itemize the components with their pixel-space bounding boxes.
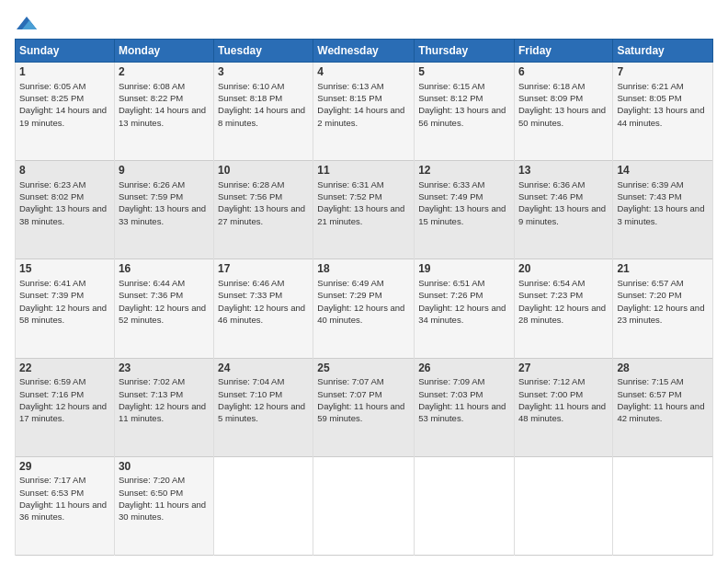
calendar-cell: 4 Sunrise: 6:13 AM Sunset: 8:15 PM Dayli… xyxy=(313,63,415,161)
sunset-info: Sunset: 8:09 PM xyxy=(518,93,583,103)
calendar-cell: 1 Sunrise: 6:05 AM Sunset: 8:25 PM Dayli… xyxy=(16,63,115,161)
sunset-info: Sunset: 6:57 PM xyxy=(617,389,681,399)
day-number: 5 xyxy=(418,65,510,80)
sunrise-info: Sunrise: 6:41 AM xyxy=(19,278,85,288)
calendar-row-1: 8 Sunrise: 6:23 AM Sunset: 8:02 PM Dayli… xyxy=(16,161,713,259)
sunset-info: Sunset: 8:25 PM xyxy=(19,93,84,103)
calendar-row-3: 22 Sunrise: 6:59 AM Sunset: 7:16 PM Dayl… xyxy=(16,358,713,456)
calendar-cell: 10 Sunrise: 6:28 AM Sunset: 7:56 PM Dayl… xyxy=(214,161,313,259)
day-number: 26 xyxy=(418,362,510,376)
sunrise-info: Sunrise: 6:54 AM xyxy=(518,278,585,288)
calendar-cell: 21 Sunrise: 6:57 AM Sunset: 7:20 PM Dayl… xyxy=(613,259,713,358)
logo xyxy=(15,15,37,31)
calendar-cell: 20 Sunrise: 6:54 AM Sunset: 7:23 PM Dayl… xyxy=(514,259,612,358)
daylight-info: Daylight: 12 hours and 5 minutes. xyxy=(218,401,305,423)
calendar-cell: 14 Sunrise: 6:39 AM Sunset: 7:43 PM Dayl… xyxy=(613,161,713,259)
daylight-info: Daylight: 11 hours and 30 minutes. xyxy=(119,500,206,522)
sunrise-info: Sunrise: 6:57 AM xyxy=(617,278,683,288)
calendar-cell: 28 Sunrise: 7:15 AM Sunset: 6:57 PM Dayl… xyxy=(613,358,713,456)
day-number: 10 xyxy=(218,164,309,178)
day-number: 7 xyxy=(617,65,709,80)
calendar-table: Sunday Monday Tuesday Wednesday Thursday… xyxy=(15,39,713,556)
sunrise-info: Sunrise: 6:36 AM xyxy=(518,179,585,190)
sunrise-info: Sunrise: 6:49 AM xyxy=(317,278,383,288)
header-saturday: Saturday xyxy=(613,40,713,63)
daylight-info: Daylight: 13 hours and 38 minutes. xyxy=(19,203,107,225)
daylight-info: Daylight: 12 hours and 17 minutes. xyxy=(19,401,107,423)
calendar-cell: 13 Sunrise: 6:36 AM Sunset: 7:46 PM Dayl… xyxy=(514,161,612,259)
calendar-cell: 15 Sunrise: 6:41 AM Sunset: 7:39 PM Dayl… xyxy=(16,259,115,358)
header-thursday: Thursday xyxy=(415,40,515,63)
sunrise-info: Sunrise: 6:28 AM xyxy=(218,179,284,190)
daylight-info: Daylight: 14 hours and 19 minutes. xyxy=(19,105,107,127)
calendar-header-row: Sunday Monday Tuesday Wednesday Thursday… xyxy=(16,40,713,63)
sunset-info: Sunset: 7:07 PM xyxy=(317,389,381,399)
day-number: 9 xyxy=(119,164,210,178)
sunrise-info: Sunrise: 7:07 AM xyxy=(317,376,383,386)
day-number: 20 xyxy=(518,262,609,277)
day-number: 21 xyxy=(617,262,709,277)
sunset-info: Sunset: 7:00 PM xyxy=(518,389,583,399)
daylight-info: Daylight: 12 hours and 11 minutes. xyxy=(119,401,206,423)
daylight-info: Daylight: 11 hours and 42 minutes. xyxy=(617,401,704,423)
sunset-info: Sunset: 7:16 PM xyxy=(19,389,84,399)
sunset-info: Sunset: 7:10 PM xyxy=(218,389,282,399)
calendar-cell: 22 Sunrise: 6:59 AM Sunset: 7:16 PM Dayl… xyxy=(16,358,115,456)
sunset-info: Sunset: 6:53 PM xyxy=(19,488,84,498)
sunset-info: Sunset: 7:46 PM xyxy=(518,191,583,201)
day-number: 23 xyxy=(119,362,210,376)
daylight-info: Daylight: 11 hours and 59 minutes. xyxy=(317,401,404,423)
calendar-row-0: 1 Sunrise: 6:05 AM Sunset: 8:25 PM Dayli… xyxy=(16,63,713,161)
sunrise-info: Sunrise: 6:59 AM xyxy=(19,376,85,386)
sunset-info: Sunset: 7:23 PM xyxy=(518,290,583,300)
daylight-info: Daylight: 13 hours and 21 minutes. xyxy=(317,203,404,225)
daylight-info: Daylight: 13 hours and 56 minutes. xyxy=(418,105,506,127)
header-tuesday: Tuesday xyxy=(214,40,313,63)
day-number: 15 xyxy=(19,262,110,277)
day-number: 30 xyxy=(119,460,210,475)
sunset-info: Sunset: 7:56 PM xyxy=(218,191,282,201)
calendar-cell xyxy=(313,456,415,555)
sunrise-info: Sunrise: 6:51 AM xyxy=(418,278,484,288)
calendar-cell: 27 Sunrise: 7:12 AM Sunset: 7:00 PM Dayl… xyxy=(514,358,612,456)
sunset-info: Sunset: 7:52 PM xyxy=(317,191,381,201)
sunrise-info: Sunrise: 6:44 AM xyxy=(119,278,185,288)
sunset-info: Sunset: 7:26 PM xyxy=(418,290,483,300)
calendar-cell: 25 Sunrise: 7:07 AM Sunset: 7:07 PM Dayl… xyxy=(313,358,415,456)
calendar-cell xyxy=(214,456,313,555)
header xyxy=(15,15,713,31)
day-number: 22 xyxy=(19,362,110,376)
day-number: 16 xyxy=(119,262,210,277)
sunset-info: Sunset: 8:22 PM xyxy=(119,93,183,103)
daylight-info: Daylight: 13 hours and 50 minutes. xyxy=(518,105,606,127)
day-number: 12 xyxy=(418,164,510,178)
calendar-cell: 2 Sunrise: 6:08 AM Sunset: 8:22 PM Dayli… xyxy=(114,63,213,161)
daylight-info: Daylight: 12 hours and 40 minutes. xyxy=(317,303,404,325)
calendar-cell: 6 Sunrise: 6:18 AM Sunset: 8:09 PM Dayli… xyxy=(514,63,612,161)
sunrise-info: Sunrise: 7:20 AM xyxy=(119,475,185,485)
day-number: 2 xyxy=(119,65,210,80)
sunset-info: Sunset: 7:43 PM xyxy=(617,191,681,201)
calendar-cell xyxy=(613,456,713,555)
daylight-info: Daylight: 13 hours and 9 minutes. xyxy=(518,203,606,225)
calendar-cell xyxy=(415,456,515,555)
sunrise-info: Sunrise: 7:17 AM xyxy=(19,475,85,485)
sunset-info: Sunset: 8:05 PM xyxy=(617,93,681,103)
day-number: 14 xyxy=(617,164,709,178)
daylight-info: Daylight: 12 hours and 28 minutes. xyxy=(518,303,606,325)
sunset-info: Sunset: 7:29 PM xyxy=(317,290,381,300)
sunset-info: Sunset: 8:18 PM xyxy=(218,93,282,103)
daylight-info: Daylight: 13 hours and 15 minutes. xyxy=(418,203,506,225)
calendar-cell: 30 Sunrise: 7:20 AM Sunset: 6:50 PM Dayl… xyxy=(114,456,213,555)
sunset-info: Sunset: 7:49 PM xyxy=(418,191,483,201)
calendar-cell: 24 Sunrise: 7:04 AM Sunset: 7:10 PM Dayl… xyxy=(214,358,313,456)
day-number: 3 xyxy=(218,65,309,80)
sunrise-info: Sunrise: 6:13 AM xyxy=(317,81,383,91)
calendar-cell: 16 Sunrise: 6:44 AM Sunset: 7:36 PM Dayl… xyxy=(114,259,213,358)
day-number: 29 xyxy=(19,460,110,475)
sunset-info: Sunset: 7:36 PM xyxy=(119,290,183,300)
calendar-cell: 5 Sunrise: 6:15 AM Sunset: 8:12 PM Dayli… xyxy=(415,63,515,161)
calendar-cell: 17 Sunrise: 6:46 AM Sunset: 7:33 PM Dayl… xyxy=(214,259,313,358)
calendar-cell: 9 Sunrise: 6:26 AM Sunset: 7:59 PM Dayli… xyxy=(114,161,213,259)
daylight-info: Daylight: 14 hours and 8 minutes. xyxy=(218,105,305,127)
